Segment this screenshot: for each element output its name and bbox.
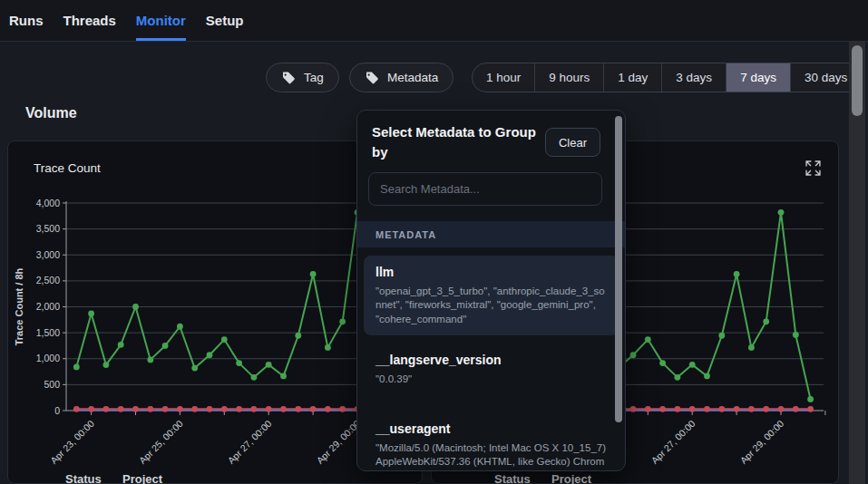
- section-title-volume: Volume: [25, 105, 77, 121]
- clear-button-label: Clear: [559, 136, 587, 150]
- range-1-day[interactable]: 1 day: [603, 63, 661, 92]
- expand-chart-icon[interactable]: [805, 160, 821, 176]
- svg-text:Apr 29, 00:00: Apr 29, 00:00: [314, 418, 362, 466]
- svg-text:1,000: 1,000: [36, 353, 60, 363]
- metadata-item-key: llm: [375, 265, 607, 279]
- tab-runs[interactable]: Runs: [9, 0, 44, 41]
- metadata-section-header: METADATA: [357, 221, 625, 247]
- footer-link-status[interactable]: Status: [494, 472, 531, 484]
- tab-setup[interactable]: Setup: [206, 0, 244, 41]
- footer-link-status[interactable]: Status: [65, 472, 102, 484]
- metadata-button-label: Metadata: [387, 71, 438, 84]
- svg-text:Apr 27, 00:00: Apr 27, 00:00: [226, 418, 274, 466]
- tag-filter-button[interactable]: Tag: [266, 63, 339, 92]
- range-9-hours[interactable]: 9 hours: [534, 63, 603, 92]
- svg-text:2,500: 2,500: [36, 275, 60, 286]
- svg-text:Apr 27, 00:00: Apr 27, 00:00: [649, 418, 697, 466]
- tag-icon: [281, 71, 296, 85]
- metadata-item-llm[interactable]: llm"openai_gpt_3_5_turbo", "anthropic_cl…: [364, 256, 619, 335]
- clear-button[interactable]: Clear: [545, 128, 600, 157]
- svg-text:3,500: 3,500: [36, 223, 60, 234]
- search-metadata-input[interactable]: [368, 172, 602, 206]
- tag-icon: [365, 71, 379, 85]
- tab-threads[interactable]: Threads: [63, 0, 116, 41]
- svg-text:0: 0: [54, 405, 60, 416]
- footer-link-project[interactable]: Project: [122, 472, 162, 484]
- page-scrollbar-thumb[interactable]: [852, 45, 863, 116]
- svg-text:1,500: 1,500: [36, 327, 60, 338]
- metadata-group-modal: Select Metadata to Group by Clear METADA…: [356, 110, 626, 471]
- metadata-item-key: __langserve_version: [375, 353, 607, 367]
- tab-monitor[interactable]: Monitor: [136, 0, 186, 41]
- svg-text:2,000: 2,000: [36, 301, 60, 312]
- time-range-selector: 1 hour9 hours1 day3 days7 days30 days: [472, 63, 862, 92]
- metadata-item-__useragent[interactable]: __useragent"Mozilla/5.0 (Macintosh; Inte…: [364, 412, 619, 471]
- metadata-item-values: "openai_gpt_3_5_turbo", "anthropic_claud…: [375, 285, 607, 326]
- svg-text:500: 500: [44, 379, 60, 390]
- chart-title: Trace Count: [34, 161, 101, 175]
- svg-text:Apr 23, 00:00: Apr 23, 00:00: [48, 418, 96, 466]
- metadata-item-__langserve_version[interactable]: __langserve_version"0.0.39": [364, 344, 619, 395]
- svg-text:Apr 29, 00:00: Apr 29, 00:00: [737, 418, 785, 466]
- svg-text:Apr 25, 00:00: Apr 25, 00:00: [137, 418, 185, 466]
- modal-title: Select Metadata to Group by: [372, 122, 550, 162]
- svg-text:Trace Count / 8h: Trace Count / 8h: [14, 267, 24, 345]
- metadata-item-list: llm"openai_gpt_3_5_turbo", "anthropic_cl…: [357, 247, 625, 471]
- range-7-days[interactable]: 7 days: [726, 63, 790, 92]
- metadata-item-values: "0.0.39": [375, 373, 607, 386]
- tag-button-label: Tag: [304, 71, 324, 84]
- metadata-item-key: __useragent: [375, 421, 607, 436]
- range-1-hour[interactable]: 1 hour: [473, 63, 534, 92]
- metadata-filter-button[interactable]: Metadata: [349, 63, 454, 92]
- svg-text:3,000: 3,000: [36, 249, 60, 260]
- monitor-page: RunsThreadsMonitorSetup Tag Metadata 1 h…: [0, 0, 868, 484]
- range-3-days[interactable]: 3 days: [661, 63, 726, 92]
- metadata-item-values: "Mozilla/5.0 (Macintosh; Intel Mac OS X …: [375, 441, 607, 471]
- footer-link-project[interactable]: Project: [551, 472, 591, 484]
- modal-scrollbar-thumb[interactable]: [615, 116, 622, 422]
- svg-text:4,000: 4,000: [36, 198, 60, 208]
- top-nav: RunsThreadsMonitorSetup: [0, 0, 868, 42]
